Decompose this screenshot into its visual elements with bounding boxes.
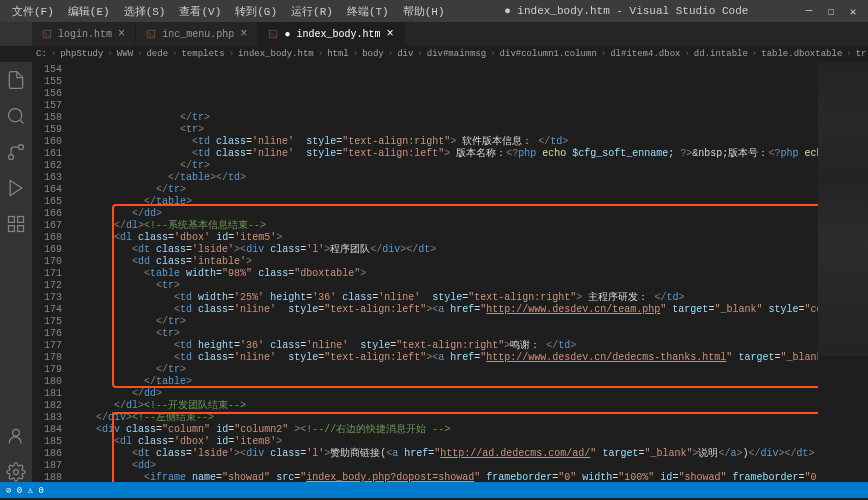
status-problems[interactable]: ⊘ 0 ⚠ 0 (6, 485, 44, 496)
menu-item[interactable]: 查看(V) (173, 2, 227, 21)
menu-item[interactable]: 转到(G) (229, 2, 283, 21)
editor-tab[interactable]: ● index_body.htm× (258, 22, 404, 46)
breadcrumb-item[interactable]: dl#item4.dbox (610, 49, 680, 59)
breadcrumb-item[interactable]: index_body.htm (238, 49, 314, 59)
line-gutter: 1541551561571581591601611621631641651661… (32, 62, 72, 482)
code-line[interactable]: <td class='nline' style="text-align:left… (72, 148, 818, 160)
code-line[interactable]: <dt class='lside'><div class='l'>程序团队</d… (72, 244, 818, 256)
code-line[interactable]: </table> (72, 376, 818, 388)
menu-bar: 文件(F)编辑(E)选择(S)查看(V)转到(G)运行(R)终端(T)帮助(H) (0, 2, 451, 21)
menu-item[interactable]: 文件(F) (6, 2, 60, 21)
svg-point-9 (13, 429, 20, 436)
breadcrumb-item[interactable]: table.dboxtable (761, 49, 842, 59)
breadcrumb-item[interactable]: div (397, 49, 413, 59)
code-line[interactable]: </tr> (72, 112, 818, 124)
code-line[interactable]: </tr> (72, 184, 818, 196)
code-line[interactable]: <dd class='intable'> (72, 256, 818, 268)
menu-item[interactable]: 编辑(E) (62, 2, 116, 21)
search-icon[interactable] (6, 106, 26, 126)
code-line[interactable]: <table width="98%" class="dboxtable"> (72, 268, 818, 280)
code-line[interactable]: <td width='25%' height='36' class='nline… (72, 292, 818, 304)
breadcrumb-item[interactable]: dd.intable (694, 49, 748, 59)
menu-item[interactable]: 运行(R) (285, 2, 339, 21)
code-line[interactable]: </tr> (72, 316, 818, 328)
code-line[interactable]: <dl class='dbox' id='item8'> (72, 436, 818, 448)
svg-point-2 (19, 145, 24, 150)
code-line[interactable]: <dl class='dbox' id='item5'> (72, 232, 818, 244)
code-line[interactable]: <div class="column" id="column2" ><!--//… (72, 424, 818, 436)
window-controls: ─ ☐ ✕ (802, 5, 868, 18)
editor-tab[interactable]: inc_menu.php× (136, 22, 258, 46)
source-control-icon[interactable] (6, 142, 26, 162)
svg-rect-6 (18, 217, 24, 223)
code-line[interactable]: </dl><!--系统基本信息结束--> (72, 220, 818, 232)
breadcrumb-item[interactable]: html (327, 49, 349, 59)
code-line[interactable]: <tr> (72, 328, 818, 340)
code-line[interactable]: </dd> (72, 208, 818, 220)
code-line[interactable]: <tr> (72, 280, 818, 292)
breadcrumb-item[interactable]: C: (36, 49, 47, 59)
svg-line-1 (20, 120, 24, 124)
extensions-icon[interactable] (6, 214, 26, 234)
code-line[interactable]: </table> (72, 196, 818, 208)
svg-point-0 (9, 109, 22, 122)
breadcrumb-item[interactable]: WWW (117, 49, 133, 59)
status-bar: ⊘ 0 ⚠ 0 (0, 482, 868, 498)
breadcrumb-item[interactable]: dede (146, 49, 168, 59)
code-line[interactable]: </table></td> (72, 172, 818, 184)
menu-item[interactable]: 选择(S) (118, 2, 172, 21)
code-line[interactable]: <dd> (72, 460, 818, 472)
minimap[interactable] (818, 62, 868, 482)
breadcrumb-item[interactable]: phpStudy (60, 49, 103, 59)
code-line[interactable]: </tr> (72, 364, 818, 376)
editor-area: 1541551561571581591601611621631641651661… (32, 62, 868, 482)
breadcrumb-item[interactable]: body (362, 49, 384, 59)
close-button[interactable]: ✕ (846, 5, 860, 18)
window-title: ● index_body.htm - Visual Studio Code (451, 5, 803, 17)
code-line[interactable]: <td height='36' class='nline' style="tex… (72, 340, 818, 352)
editor-tab[interactable]: login.htm× (32, 22, 136, 46)
activity-bar (0, 62, 32, 482)
code-line[interactable]: </div><!--左侧结束--> (72, 412, 818, 424)
svg-point-3 (9, 155, 14, 160)
code-line[interactable]: </dl><!--开发团队结束--> (72, 400, 818, 412)
code-content[interactable]: </tr> <tr> <td class='nline' style="text… (72, 62, 818, 482)
breadcrumb-item[interactable]: templets (181, 49, 224, 59)
code-line[interactable]: <tr> (72, 124, 818, 136)
titlebar: 文件(F)编辑(E)选择(S)查看(V)转到(G)运行(R)终端(T)帮助(H)… (0, 0, 868, 22)
svg-rect-7 (18, 226, 24, 232)
debug-icon[interactable] (6, 178, 26, 198)
account-icon[interactable] (6, 426, 26, 446)
menu-item[interactable]: 终端(T) (341, 2, 395, 21)
svg-marker-4 (10, 181, 22, 196)
breadcrumb[interactable]: C:›phpStudy›WWW›dede›templets›index_body… (0, 46, 868, 62)
code-line[interactable]: <td class='nline' style="text-align:righ… (72, 136, 818, 148)
code-line[interactable]: <dt class='lside'><div class='l'>赞助商链接(<… (72, 448, 818, 460)
code-line[interactable]: <td class='nline' style="text-align:left… (72, 352, 818, 364)
breadcrumb-item[interactable]: tr (856, 49, 867, 59)
code-line[interactable]: </dd> (72, 388, 818, 400)
code-line[interactable]: <iframe name="showad" src="index_body.ph… (72, 472, 818, 482)
code-line[interactable]: </tr> (72, 160, 818, 172)
breadcrumb-item[interactable]: div#mainmsg (427, 49, 486, 59)
settings-icon[interactable] (6, 462, 26, 482)
files-icon[interactable] (6, 70, 26, 90)
maximize-button[interactable]: ☐ (824, 5, 838, 18)
svg-rect-8 (9, 226, 15, 232)
minimize-button[interactable]: ─ (802, 5, 816, 18)
breadcrumb-item[interactable]: div#column1.column (500, 49, 597, 59)
menu-item[interactable]: 帮助(H) (397, 2, 451, 21)
code-line[interactable]: <td class='nline' style="text-align:left… (72, 304, 818, 316)
editor-tabs: login.htm×inc_menu.php×● index_body.htm× (0, 22, 868, 46)
svg-rect-5 (9, 217, 15, 223)
svg-point-10 (14, 470, 19, 475)
